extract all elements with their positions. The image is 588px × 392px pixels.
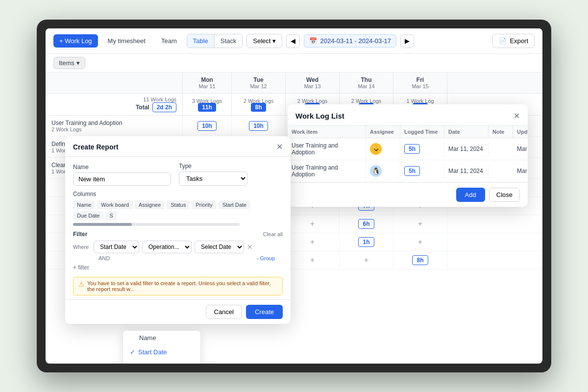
plus-icon[interactable]: + [418, 238, 422, 246]
fri-label: Fri [399, 76, 441, 83]
plus-icon[interactable]: + [364, 256, 368, 265]
filter-clear-button[interactable]: ✕ [247, 243, 253, 251]
row7-thu[interactable]: 1h [340, 233, 393, 251]
row6-thu[interactable]: 6h [340, 215, 393, 233]
total-name-cell: 11 Work Logs Total 2d 2h [46, 94, 183, 115]
filter-field-dropdown: Name ✓ Start Date Due Date Assignee [122, 330, 201, 364]
wl-row1-name: User Training and Adoption [288, 138, 366, 160]
row1-tue[interactable]: 10h [232, 116, 286, 136]
report-name-group: Name [73, 164, 171, 186]
add-worklog-button[interactable]: + Work Log [53, 34, 98, 48]
wl-row2-time-badge: 5h [404, 166, 420, 176]
group-label[interactable]: - Group [257, 255, 275, 261]
report-name-input[interactable] [73, 172, 171, 186]
columns-label: Columns [73, 191, 283, 197]
tue-sub: Mar 12 [238, 83, 279, 89]
row1-mon[interactable]: 10h [183, 116, 232, 136]
dropdown-startdate-label: Start Date [138, 348, 167, 356]
warning-icon: ⚠ [78, 281, 84, 288]
filter-section: Filter Clear all Where Start Date Name D… [65, 226, 291, 261]
report-type-select[interactable]: Tasks Projects Issues [179, 172, 247, 186]
tue-total: 8h [251, 103, 266, 112]
wl-row1-updatedat: Mar 15, 2024 [513, 142, 528, 156]
worklog-close-button[interactable]: ✕ [514, 111, 520, 121]
total-label: Total [136, 104, 149, 111]
wl-row1-date: Mar 11, 2024 [444, 142, 489, 156]
plus-icon[interactable]: + [418, 220, 422, 228]
wl-row1-time-badge: 5h [404, 144, 420, 154]
worklog-add-button[interactable]: Add [456, 188, 485, 202]
row8-wed[interactable]: + [286, 251, 340, 269]
items-label: Items [59, 59, 74, 67]
total-tue-cell: 2 Work Logs 8h [232, 94, 286, 115]
date-range-display: 📅 2024-03-11 - 2024-03-17 [304, 34, 396, 48]
my-timesheet-tab[interactable]: My timesheet [102, 34, 151, 48]
toolbar: + Work Log My timesheet Team Table Stack… [46, 28, 542, 54]
worklog-modal-header: Work Log List ✕ [288, 104, 528, 126]
row6-thu-badge: 6h [358, 219, 374, 229]
row7-wed[interactable]: + [286, 233, 340, 251]
row8-fri-badge: 8h [412, 255, 428, 265]
row1-name: User Training and Adoption [51, 120, 122, 126]
create-button[interactable]: Create [246, 305, 283, 319]
tue-label: Tue [238, 76, 279, 83]
worklog-row: User Training and Adoption 🐱 5h Mar 11, … [288, 138, 528, 160]
avatar: 🐱 [370, 143, 382, 155]
filter-operation-select[interactable]: Operation... is is not [142, 241, 192, 253]
select-button[interactable]: Select ▾ [246, 34, 282, 48]
filter-row: Where Start Date Name Due Date Assignee … [73, 241, 283, 253]
row8-fri[interactable]: 8h [393, 251, 447, 269]
col-tue-header: Tue Mar 12 [232, 73, 286, 93]
wed-label: Wed [292, 76, 333, 83]
worklog-close-modal-button[interactable]: Close [489, 188, 520, 202]
wl-row1-note [489, 145, 513, 153]
plus-icon[interactable]: + [310, 256, 315, 265]
export-button[interactable]: 📄 Export [492, 34, 535, 48]
col-chip-assignee: Assignee [135, 200, 165, 209]
table-stack-group: Table Stack [187, 34, 243, 48]
columns-chips: Name Work board Assignee Status Priority… [73, 200, 283, 220]
dropdown-item-duedate[interactable]: Due Date [123, 359, 200, 364]
dropdown-item-name[interactable]: Name [123, 331, 200, 345]
dropdown-item-startdate[interactable]: ✓ Start Date [123, 345, 200, 359]
date-range-text: 2024-03-11 - 2024-03-17 [320, 37, 391, 45]
and-label: AND - Group [73, 255, 283, 261]
report-close-button[interactable]: ✕ [276, 142, 283, 151]
col-thu-header: Thu Mar 14 [340, 73, 393, 93]
calendar-icon: 📅 [309, 37, 317, 45]
row8-thu[interactable]: + [340, 251, 393, 269]
filter-header: Filter Clear all [73, 231, 283, 238]
row6-fri[interactable]: + [393, 215, 447, 233]
worklog-row: User Training and Adoption 🐧 5h Mar 11, … [288, 160, 528, 182]
name-label: Name [73, 164, 171, 171]
row7-fri[interactable]: + [393, 233, 447, 251]
col-chip-workboard: Work board [97, 200, 133, 209]
col-name-header [46, 73, 183, 93]
grid-header: Mon Mar 11 Tue Mar 12 Wed Mar 13 Thu Mar… [46, 73, 542, 94]
plus-filter-button[interactable]: + filter [65, 262, 291, 273]
row1-meta: 2 Work Logs [51, 126, 122, 132]
stack-tab[interactable]: Stack [215, 34, 243, 48]
clear-all-button[interactable]: Clear all [263, 231, 283, 237]
col-chip-startdate: Start Date [219, 200, 251, 209]
items-button[interactable]: Items ▾ [53, 57, 85, 69]
plus-icon[interactable]: + [310, 220, 315, 228]
next-date-button[interactable]: ▶ [400, 34, 414, 48]
mon-sub: Mar 11 [189, 83, 225, 89]
wl-row2-updatedat: Mar 15, 2024 [513, 164, 528, 178]
wl-row2-assignee: 🐧 [366, 161, 400, 181]
plus-icon[interactable]: + [310, 238, 315, 246]
cancel-button[interactable]: Cancel [206, 305, 242, 319]
filter-date-select[interactable]: Select Date [195, 241, 244, 253]
table-tab[interactable]: Table [187, 34, 215, 48]
wl-row1-assignee: 🐱 [366, 139, 400, 159]
filter-field-select[interactable]: Start Date Name Due Date Assignee [94, 241, 139, 253]
worklog-table-header: Work item Assignee Logged Time Date Note… [288, 126, 528, 138]
col-chip-duedate: Due Date [73, 211, 103, 220]
team-tab[interactable]: Team [155, 34, 183, 48]
prev-date-button[interactable]: ◀ [286, 34, 300, 48]
row6-wed[interactable]: + [286, 215, 340, 233]
thu-label: Thu [345, 76, 387, 83]
warning-box: ⚠ You have to set a valid filter to crea… [73, 277, 283, 295]
columns-section: Columns Name Work board Assignee Status … [65, 186, 291, 226]
